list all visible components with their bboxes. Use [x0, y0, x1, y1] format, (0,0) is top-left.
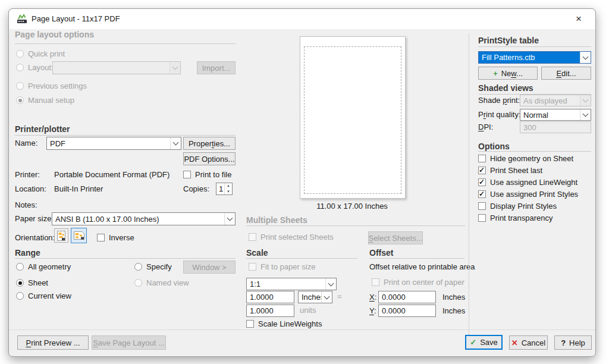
- use-assigned-print-styles-label[interactable]: Use assigned Print Styles: [490, 190, 578, 199]
- radio-specify-label[interactable]: Specify: [146, 262, 172, 272]
- window-button: Window >: [183, 261, 236, 274]
- print-on-center-label: Print on center of paper: [384, 278, 464, 287]
- section-page-layout-options: Page layout options: [15, 30, 94, 39]
- print-sheet-last-checkbox[interactable]: [478, 167, 486, 174]
- scale-ratio-combo[interactable]: 1:1: [246, 278, 337, 290]
- scale-lineweights-label[interactable]: Scale LineWeights: [258, 319, 322, 329]
- question-icon: ?: [561, 338, 566, 347]
- print-sheet-last-label[interactable]: Print Sheet last: [490, 166, 542, 175]
- radio-quick-print-label: Quick print: [28, 49, 65, 59]
- print-on-center-checkbox: [372, 278, 379, 286]
- scale-paper-units-input[interactable]: 1.0000: [246, 291, 294, 303]
- fit-to-paper-label: Fit to paper size: [260, 262, 316, 272]
- display-print-styles-label[interactable]: Display Print Styles: [490, 202, 557, 211]
- close-icon[interactable]: ×: [572, 12, 586, 26]
- fit-to-paper-checkbox: [249, 263, 256, 271]
- orientation-label: Orientation:: [15, 233, 55, 243]
- use-assigned-print-styles-checkbox[interactable]: [478, 190, 486, 198]
- printable-area-outline: [304, 46, 401, 194]
- section-range: Range: [15, 248, 40, 258]
- print-quality-combo[interactable]: Normal: [520, 109, 591, 121]
- chevron-down-icon[interactable]: [580, 52, 591, 63]
- spinner-up-icon[interactable]: ▲: [225, 183, 232, 189]
- printer-label: Printer:: [15, 170, 40, 180]
- chevron-down-icon[interactable]: [580, 109, 591, 120]
- section-printer-plotter: Printer/plotter: [15, 124, 70, 134]
- display-print-styles-checkbox[interactable]: [478, 202, 486, 210]
- print-transparency-checkbox[interactable]: [478, 214, 486, 222]
- divider: [478, 151, 591, 152]
- hide-geometry-checkbox[interactable]: [478, 155, 486, 162]
- hide-geometry-label[interactable]: Hide geometry on Sheet: [490, 154, 573, 164]
- scale-unit-combo[interactable]: Inches: [298, 291, 332, 303]
- save-page-layout-button: Save Page Layout ...: [92, 335, 166, 350]
- shade-print-combo: As displayed: [520, 95, 591, 106]
- radio-all-geometry[interactable]: [16, 263, 24, 271]
- offset-y-unit: Inches: [442, 306, 465, 316]
- radio-specify[interactable]: [134, 263, 142, 271]
- offset-x-label: X:: [369, 293, 376, 302]
- inverse-checkbox[interactable]: [97, 234, 105, 241]
- paper-size-caption: 11.00 x 17.00 Inches: [300, 202, 404, 211]
- shade-print-label: Shade print:: [478, 96, 520, 105]
- radio-current-view[interactable]: [16, 292, 24, 300]
- section-multiple-sheets: Multiple Sheets: [246, 215, 307, 225]
- radio-quick-print: [16, 50, 24, 58]
- offset-y-input[interactable]: 0.0000: [378, 305, 436, 317]
- radio-sheet-label[interactable]: Sheet: [28, 278, 48, 288]
- divider: [478, 46, 591, 47]
- divider: [369, 258, 464, 259]
- paper-size-combo[interactable]: ANSI B (11.00 x 17.00 Inches): [52, 212, 236, 225]
- chevron-down-icon[interactable]: [170, 137, 181, 149]
- import-button: Import...: [197, 61, 236, 74]
- spinner-down-icon[interactable]: ▼: [225, 189, 232, 195]
- radio-current-view-label[interactable]: Current view: [28, 291, 71, 301]
- properties-button[interactable]: Properties...: [183, 137, 236, 150]
- orientation-landscape-button[interactable]: [71, 228, 87, 243]
- print-selected-sheets-label: Print selected Sheets: [260, 233, 334, 242]
- chevron-down-icon[interactable]: [224, 213, 235, 225]
- print-transparency-label[interactable]: Print transparency: [490, 214, 553, 223]
- units-label: units: [300, 306, 316, 315]
- divider: [246, 258, 357, 259]
- print-to-file-label[interactable]: Print to file: [195, 170, 231, 180]
- inverse-label[interactable]: Inverse: [109, 233, 134, 243]
- printstyle-table-combo[interactable]: Fill Patterns.ctb: [478, 51, 591, 64]
- print-to-file-checkbox[interactable]: [183, 171, 191, 178]
- notes-label: Notes:: [15, 200, 37, 210]
- dpi-input: 300: [520, 121, 591, 133]
- radio-named-view: [134, 279, 142, 287]
- check-icon: ✓: [470, 338, 476, 347]
- help-button[interactable]: ? Help: [554, 335, 592, 350]
- print-selected-sheets-checkbox: [249, 233, 256, 241]
- save-button[interactable]: ✓ Save: [465, 335, 503, 350]
- divider: [246, 225, 465, 226]
- scale-lineweights-checkbox[interactable]: [246, 320, 254, 328]
- chevron-down-icon[interactable]: [321, 291, 332, 303]
- plotter-icon: [17, 14, 29, 24]
- cancel-button[interactable]: ✕ Cancel: [509, 335, 548, 350]
- scale-drawing-units-input[interactable]: 1.0000: [246, 305, 294, 317]
- copies-stepper[interactable]: 1 ▲ ▼: [216, 183, 233, 195]
- x-icon: ✕: [511, 338, 518, 347]
- window-title: Page Layout - 11x17 PDF: [32, 14, 120, 23]
- section-shaded-views: Shaded views: [478, 83, 533, 93]
- use-assigned-lineweight-checkbox[interactable]: [478, 178, 486, 186]
- use-assigned-lineweight-label[interactable]: Use assigned LineWeight: [490, 178, 577, 187]
- new-printstyle-button[interactable]: + New...: [478, 67, 538, 80]
- print-preview-button[interactable]: Print Preview ...: [17, 335, 89, 350]
- location-value: Built-In Printer: [54, 184, 103, 194]
- radio-manual-setup-label: Manual setup: [28, 96, 74, 105]
- pdf-options-button[interactable]: PDF Options...: [183, 152, 236, 165]
- radio-sheet[interactable]: [16, 279, 24, 287]
- title-bar: Page Layout - 11x17 PDF ×: [9, 9, 595, 29]
- chevron-down-icon[interactable]: [325, 278, 336, 290]
- paper-preview: [300, 36, 406, 199]
- radio-all-geometry-label[interactable]: All geometry: [28, 262, 71, 272]
- printer-name-combo[interactable]: PDF: [46, 137, 181, 150]
- edit-printstyle-button[interactable]: Edit...: [541, 67, 591, 80]
- orientation-portrait-button[interactable]: [54, 228, 68, 243]
- offset-x-input[interactable]: 0.0000: [378, 291, 436, 303]
- copies-label: Copies:: [183, 184, 209, 194]
- dpi-label: DPI:: [478, 123, 493, 132]
